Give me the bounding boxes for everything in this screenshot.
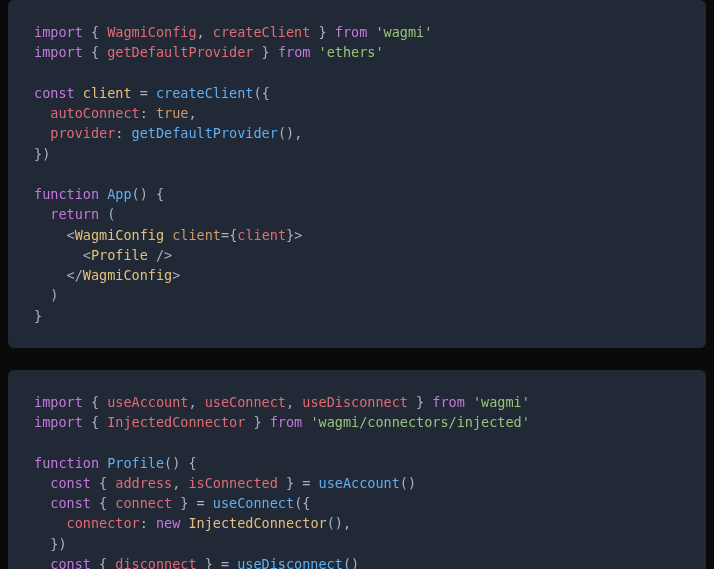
indent (34, 206, 50, 222)
fn-name: App (107, 186, 131, 202)
punct: } = (278, 475, 319, 491)
punct: () { (132, 186, 165, 202)
keyword-import: import (34, 394, 83, 410)
keyword-import: import (34, 24, 83, 40)
tag-open: </ (67, 267, 83, 283)
indent (34, 267, 67, 283)
ident: address (115, 475, 172, 491)
fn-call: createClient (156, 85, 254, 101)
space (310, 44, 318, 60)
punct: }) (50, 536, 66, 552)
punct: } (310, 24, 334, 40)
keyword-import: import (34, 414, 83, 430)
punct: ( (99, 206, 115, 222)
punct: } (245, 414, 269, 430)
attr-value: client (237, 227, 286, 243)
indent (34, 287, 50, 303)
punct: } = (172, 495, 213, 511)
punct: { (83, 414, 107, 430)
property: provider (50, 125, 115, 141)
tag-close: /> (148, 247, 172, 263)
punct: }) (34, 146, 50, 162)
punct: ({ (294, 495, 310, 511)
punct: : (115, 125, 131, 141)
punct: () (400, 475, 416, 491)
keyword-function: function (34, 455, 99, 471)
keyword-return: return (50, 206, 99, 222)
keyword-const: const (50, 556, 91, 569)
code-block-2: import { useAccount, useConnect, useDisc… (8, 370, 706, 569)
tag-name: Profile (91, 247, 148, 263)
class-name: InjectedConnector (188, 515, 326, 531)
fn-name: Profile (107, 455, 164, 471)
string: 'wagmi/connectors/injected' (310, 414, 529, 430)
indent (34, 105, 50, 121)
keyword-const: const (34, 85, 75, 101)
indent (34, 556, 50, 569)
punct: } (253, 44, 277, 60)
property: autoConnect (50, 105, 139, 121)
attr-name: client (172, 227, 221, 243)
punct: , (188, 394, 204, 410)
keyword-new: new (156, 515, 180, 531)
tag-name: WagmiConfig (75, 227, 164, 243)
keyword-const: const (50, 495, 91, 511)
code-block-1: import { WagmiConfig, createClient } fro… (8, 0, 706, 348)
ident: getDefaultProvider (107, 44, 253, 60)
punct: : (140, 515, 156, 531)
punct: { (83, 24, 107, 40)
fn-call: useAccount (319, 475, 400, 491)
space (99, 455, 107, 471)
keyword-import: import (34, 44, 83, 60)
ident: useAccount (107, 394, 188, 410)
punct: { (91, 556, 115, 569)
punct: (), (278, 125, 302, 141)
space (99, 186, 107, 202)
indent (34, 247, 83, 263)
punct: { (83, 44, 107, 60)
tag-close: > (294, 227, 302, 243)
ident: WagmiConfig (107, 24, 196, 40)
keyword-from: from (432, 394, 465, 410)
punct: } (286, 227, 294, 243)
punct: { (83, 394, 107, 410)
fn-call: useConnect (213, 495, 294, 511)
ident: useDisconnect (302, 394, 408, 410)
punct: } (408, 394, 432, 410)
punct: ) (50, 287, 58, 303)
property: connector (67, 515, 140, 531)
indent (34, 227, 67, 243)
punct: () (343, 556, 359, 569)
punct: , (197, 24, 213, 40)
tag-close: > (172, 267, 180, 283)
string: 'wagmi' (473, 394, 530, 410)
punct: = (132, 85, 156, 101)
tag-open: < (83, 247, 91, 263)
ident: connect (115, 495, 172, 511)
punct: } (34, 308, 42, 324)
ident: isConnected (188, 475, 277, 491)
punct: () { (164, 455, 197, 471)
tag-open: < (67, 227, 75, 243)
bool: true (156, 105, 189, 121)
indent (34, 475, 50, 491)
punct: , (286, 394, 302, 410)
space (465, 394, 473, 410)
space (164, 227, 172, 243)
punct: , (172, 475, 188, 491)
ident: useConnect (205, 394, 286, 410)
string: 'wagmi' (375, 24, 432, 40)
indent (34, 536, 50, 552)
punct: : (140, 105, 156, 121)
indent (34, 495, 50, 511)
fn-call: getDefaultProvider (132, 125, 278, 141)
code-pre-1: import { WagmiConfig, createClient } fro… (34, 22, 680, 326)
code-pre-2: import { useAccount, useConnect, useDisc… (34, 392, 680, 569)
keyword-function: function (34, 186, 99, 202)
ident: disconnect (115, 556, 196, 569)
fn-call: useDisconnect (237, 556, 343, 569)
ident: InjectedConnector (107, 414, 245, 430)
keyword-from: from (335, 24, 368, 40)
var-name: client (83, 85, 132, 101)
string: 'ethers' (319, 44, 384, 60)
